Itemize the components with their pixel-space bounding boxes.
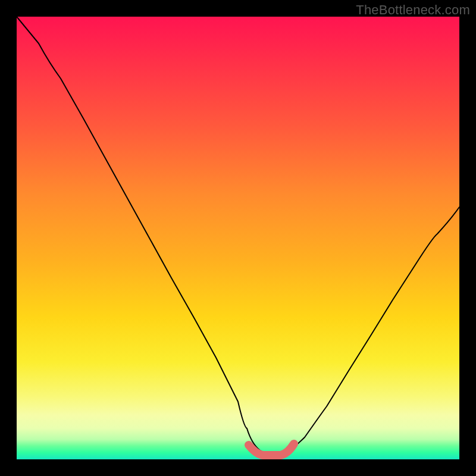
curve-layer	[17, 17, 459, 459]
plot-area	[17, 17, 459, 459]
watermark-text: TheBottleneck.com	[356, 2, 470, 18]
bottleneck-curve	[17, 17, 459, 457]
chart-frame: TheBottleneck.com	[0, 0, 476, 476]
